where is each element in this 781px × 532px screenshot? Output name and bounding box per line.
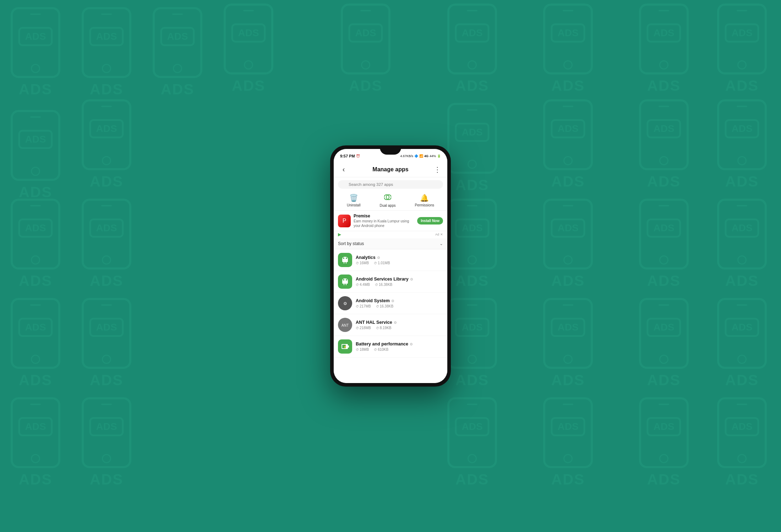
storage-info: ⏱ 4.4MB	[356, 283, 370, 287]
sort-chevron-icon: ⌄	[439, 241, 443, 246]
cache-icon: ⏱	[374, 261, 377, 265]
ads-tile: ADS ADS	[639, 298, 689, 389]
storage-value: 18MB	[360, 348, 369, 351]
ads-tile: ADS ADS	[447, 199, 497, 289]
storage-info: ⏱ 218MB	[356, 326, 371, 330]
app-name-row: Battery and performance ⚙	[356, 342, 443, 347]
search-bar: 🔍	[334, 177, 447, 191]
gear-icon: ⚙	[391, 299, 394, 303]
ads-tile: ADS ADS	[11, 7, 60, 98]
cache-value: 610KB	[378, 348, 388, 351]
storage-value: 218MB	[360, 326, 371, 330]
storage-icon: ⏱	[356, 283, 359, 287]
app-name: ANT HAL Service	[356, 320, 392, 325]
back-button[interactable]: ‹	[339, 165, 349, 174]
gear-icon: ⚙	[394, 321, 397, 325]
cache-value: 16.38KB	[379, 283, 392, 287]
ads-tile: ADS ADS	[717, 298, 767, 389]
ad-icon-letter: P	[343, 218, 346, 224]
app-list: Analytics ⚙ ⏱ 16MB ⏱ 1.01MB	[334, 249, 447, 383]
ads-tile: ADS ADS	[82, 99, 131, 190]
svg-point-11	[346, 279, 347, 281]
ads-tile: ADS ADS	[543, 199, 593, 289]
cache-info: ⏱ 610KB	[374, 348, 388, 351]
network-speed: 4.67KB/s	[400, 154, 413, 158]
dual-apps-icon	[384, 194, 391, 203]
sort-row[interactable]: Sort by status ⌄	[334, 238, 447, 249]
cache-info: ⏱ 16.38KB	[375, 283, 392, 287]
ad-banner: P Premise Earn money in Kuala Lumpur usi…	[334, 211, 447, 231]
list-item[interactable]: ⚡ Battery and performance ⚙ ⏱ 18MB	[334, 336, 447, 358]
app-details-battery: Battery and performance ⚙ ⏱ 18MB ⏱ 610KB	[356, 342, 443, 351]
app-icon-ant-hal: ANT	[338, 318, 352, 332]
app-icon-android-system: ⚙	[338, 296, 352, 310]
tab-dual-apps[interactable]: Dual apps	[379, 194, 395, 207]
cache-icon: ⏱	[376, 326, 379, 330]
ad-info: Premise Earn money in Kuala Lumpur using…	[354, 214, 414, 228]
ads-tile: ADS ADS	[11, 298, 60, 389]
svg-rect-9	[342, 280, 348, 284]
battery-icon: 🔋	[437, 154, 441, 158]
search-input[interactable]	[338, 180, 443, 189]
storage-icon: ⏱	[356, 305, 359, 308]
storage-info: ⏱ 18MB	[356, 348, 369, 351]
cache-info: ⏱ 16.38KB	[376, 304, 393, 308]
app-details-analytics: Analytics ⚙ ⏱ 16MB ⏱ 1.01MB	[356, 255, 443, 265]
list-item[interactable]: ANT ANT HAL Service ⚙ ⏱ 218MB ⏱	[334, 314, 447, 336]
gear-icon: ⚙	[377, 256, 380, 260]
app-details-ant-hal: ANT HAL Service ⚙ ⏱ 218MB ⏱ 8.19KB	[356, 320, 443, 330]
more-menu-button[interactable]: ⋮	[432, 165, 442, 174]
app-name-row: Android Services Library ⚙	[356, 277, 443, 282]
ad-text: Ad	[435, 233, 439, 236]
app-name-row: ANT HAL Service ⚙	[356, 320, 443, 325]
list-item[interactable]: Analytics ⚙ ⏱ 16MB ⏱ 1.01MB	[334, 249, 447, 271]
bluetooth-icon: 🔷	[414, 154, 418, 158]
app-name: Battery and performance	[356, 342, 408, 347]
permissions-label: Permissions	[415, 203, 434, 207]
app-name: Android System	[356, 298, 390, 303]
ads-tile: ADS ADS	[11, 199, 60, 289]
ad-close-icon[interactable]: ✕	[440, 233, 443, 236]
ads-tile: ADS ADS	[153, 7, 202, 98]
storage-value: 16MB	[360, 261, 369, 265]
list-item[interactable]: ⚙ Android System ⚙ ⏱ 217MB ⏱	[334, 293, 447, 314]
ads-tile: ADS ADS	[639, 99, 689, 190]
storage-icon: ⏱	[356, 348, 359, 351]
ads-tile: ADS ADS	[447, 4, 497, 94]
ads-tile: ADS ADS	[82, 298, 131, 389]
ads-tile: ADS ADS	[543, 397, 593, 488]
status-icons: 4.67KB/s 🔷 📶 4G 44% 🔋	[400, 154, 441, 158]
storage-value: 217MB	[360, 304, 371, 308]
app-name-row: Android System ⚙	[356, 298, 443, 303]
ads-tile: ADS ADS	[543, 99, 593, 190]
cache-info: ⏱ 8.19KB	[376, 326, 392, 330]
ads-tile: ADS ADS	[82, 7, 131, 98]
network-type: 4G	[424, 154, 428, 158]
app-icon-android-services	[338, 275, 352, 289]
play-store-icon: ▶	[338, 232, 341, 237]
gear-icon: ⚙	[410, 342, 413, 346]
tab-uninstall[interactable]: 🗑️ Uninstall	[347, 194, 360, 207]
uninstall-label: Uninstall	[347, 203, 360, 207]
tab-permissions[interactable]: 🔔 Permissions	[415, 194, 434, 207]
time-display: 9:57 PM	[340, 154, 355, 158]
app-name-row: Analytics ⚙	[356, 255, 443, 260]
app-details-system: Android System ⚙ ⏱ 217MB ⏱ 16.38KB	[356, 298, 443, 308]
ads-tile: ADS ADS	[717, 4, 767, 94]
install-now-button[interactable]: Install Now	[417, 217, 443, 225]
cache-icon: ⏱	[376, 305, 379, 308]
ads-tile: ADS ADS	[82, 397, 131, 488]
alarm-icon: ⏰	[356, 154, 360, 158]
svg-rect-6	[344, 262, 344, 264]
permissions-icon: 🔔	[420, 194, 429, 202]
list-item[interactable]: Android Services Library ⚙ ⏱ 4.4MB ⏱ 16.…	[334, 271, 447, 293]
ad-footer: ▶ Ad ✕	[334, 231, 447, 238]
ads-tile: ADS ADS	[341, 4, 390, 94]
ads-tile: ADS ADS	[717, 397, 767, 488]
page-title: Manage apps	[372, 166, 408, 173]
app-icon-analytics	[338, 253, 352, 267]
svg-point-5	[346, 257, 347, 259]
cache-icon: ⏱	[374, 348, 377, 351]
ads-tile: ADS ADS	[82, 199, 131, 289]
cache-icon: ⏱	[375, 283, 378, 287]
